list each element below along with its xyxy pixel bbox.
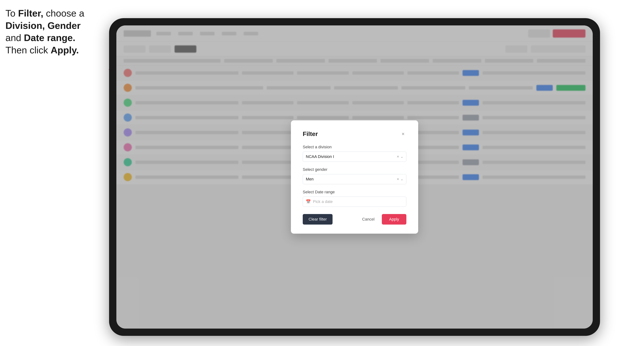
gender-value: Men bbox=[306, 177, 397, 181]
gender-form-group: Select gender Men × ⌄ bbox=[303, 167, 406, 184]
date-placeholder: Pick a date bbox=[313, 199, 333, 204]
division-select[interactable]: NCAA Division I × ⌄ bbox=[303, 152, 406, 162]
division-form-group: Select a division NCAA Division I × ⌄ bbox=[303, 145, 406, 162]
division-value: NCAA Division I bbox=[306, 154, 397, 159]
modal-title: Filter bbox=[303, 130, 318, 137]
instruction-text: To Filter, choose a Division, Gender and… bbox=[6, 7, 111, 56]
apply-button[interactable]: Apply bbox=[382, 214, 406, 225]
division-select-actions: × ⌄ bbox=[397, 154, 403, 159]
tablet-screen: Filter × Select a division NCAA Division… bbox=[116, 25, 593, 329]
modal-close-button[interactable]: × bbox=[400, 131, 406, 137]
division-label: Select a division bbox=[303, 145, 406, 149]
calendar-icon: 📅 bbox=[306, 199, 311, 204]
modal-footer-right: Cancel Apply bbox=[358, 214, 406, 225]
cancel-button[interactable]: Cancel bbox=[358, 214, 378, 225]
gender-label: Select gender bbox=[303, 167, 406, 172]
division-arrow-icon: ⌄ bbox=[400, 155, 403, 159]
gender-clear-icon[interactable]: × bbox=[397, 177, 399, 181]
date-label: Select Date range bbox=[303, 190, 406, 194]
gender-select-actions: × ⌄ bbox=[397, 177, 403, 181]
modal-footer: Clear filter Cancel Apply bbox=[303, 214, 406, 225]
filter-modal: Filter × Select a division NCAA Division… bbox=[291, 120, 418, 234]
clear-filter-button[interactable]: Clear filter bbox=[303, 214, 332, 225]
gender-arrow-icon: ⌄ bbox=[400, 177, 403, 181]
date-form-group: Select Date range 📅 Pick a date bbox=[303, 190, 406, 207]
modal-header: Filter × bbox=[303, 130, 406, 137]
tablet-device: Filter × Select a division NCAA Division… bbox=[109, 18, 600, 336]
gender-select[interactable]: Men × ⌄ bbox=[303, 174, 406, 184]
date-picker[interactable]: 📅 Pick a date bbox=[303, 197, 406, 207]
modal-overlay: Filter × Select a division NCAA Division… bbox=[116, 25, 593, 329]
division-clear-icon[interactable]: × bbox=[397, 154, 399, 159]
